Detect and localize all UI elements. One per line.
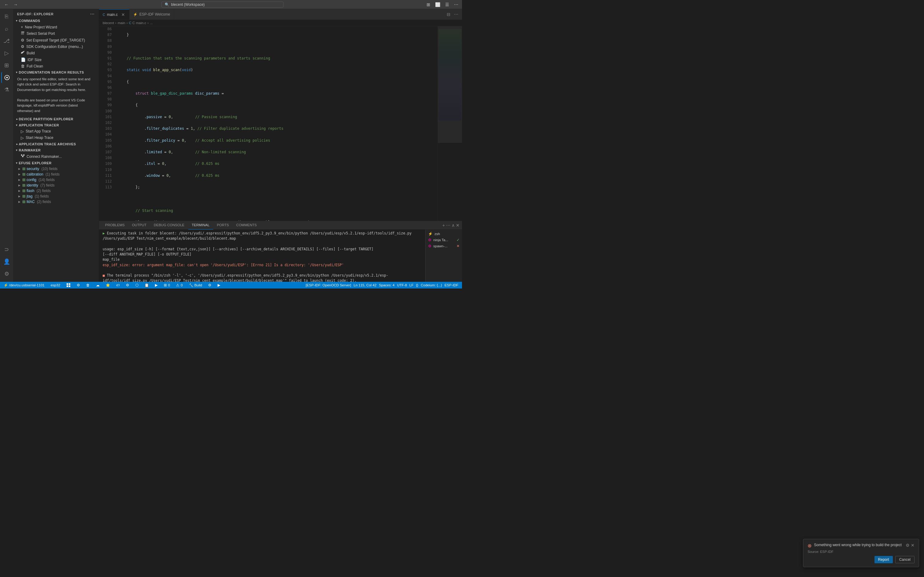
panel-close-button[interactable]: ✕ — [456, 223, 460, 228]
doc-search-section-header[interactable]: ▾ DOCUMENTATION SEARCH RESULTS — [13, 69, 99, 76]
status-spaces[interactable]: Spaces: 4 — [378, 282, 396, 288]
code-line-96: .limited = 0, // Non-limited scanning — [118, 149, 435, 155]
sidebar-item-search[interactable]: ⌕ — [1, 23, 12, 34]
tab-main-c[interactable]: C main.c ✕ — [99, 9, 129, 19]
status-run-btn[interactable]: ▶ — [154, 282, 159, 288]
sidebar-item-esp-idf[interactable] — [1, 72, 12, 83]
status-settings-btn[interactable]: ⚙ — [76, 282, 81, 288]
tab-esp-idf-welcome[interactable]: ⚡ ESP-IDF Welcome — [129, 9, 174, 19]
tab-debug-console[interactable]: DEBUG CONSOLE — [150, 221, 188, 230]
sidebar-item-debug[interactable]: ▷ — [1, 48, 12, 59]
status-encoding[interactable]: UTF-8 — [396, 282, 408, 288]
device-partition-header[interactable]: ▾ DEVICE PARTITION EXPLORER — [13, 116, 99, 122]
panel-collapse-button[interactable]: ∧ — [452, 223, 455, 228]
connect-rainmaker-item[interactable]: Connect Rainmaker... — [13, 153, 99, 160]
doc-search-label: DOCUMENTATION SEARCH RESULTS — [19, 71, 84, 74]
sidebar-item-extensions[interactable]: ⊞ — [1, 60, 12, 71]
sdk-config-item[interactable]: ⚙ SDK Configuration Editor (menu...) — [13, 44, 99, 50]
tab-ports[interactable]: PORTS — [213, 221, 233, 230]
search-input[interactable] — [171, 2, 232, 7]
panel-area: PROBLEMS OUTPUT DEBUG CONSOLE TERMINAL P… — [99, 221, 462, 282]
select-serial-port-item[interactable]: Select Serial Port — [13, 30, 99, 37]
full-clean-item[interactable]: 🗑 Full Clean — [13, 63, 99, 69]
code-content[interactable]: } // Function that sets the scanning par… — [115, 26, 438, 221]
shell-zsh[interactable]: ⚡ zsh — [426, 231, 462, 237]
breadcrumb-blecent[interactable]: blecent — [103, 21, 114, 25]
sidebar-item-explorer[interactable]: ⎘ — [1, 11, 12, 22]
code-editor[interactable]: 86 87 88 89 90 91 92 93 94 95 96 97 98 9… — [99, 26, 438, 221]
status-layout-btn[interactable] — [65, 282, 72, 288]
title-bar-search[interactable]: 🔍 — [162, 2, 284, 8]
status-target[interactable]: esp32 — [50, 282, 61, 288]
terminal-line-stop: ■ The terminal process "/bin/zsh '-l', '… — [103, 273, 422, 282]
status-clipboard-btn[interactable]: 📋 — [143, 282, 150, 288]
panel-more-button[interactable]: ⋯ — [446, 223, 451, 228]
status-warnings[interactable]: ⚠ 0 — [175, 282, 184, 288]
more-editors-button[interactable]: ⋯ — [453, 11, 460, 18]
efuse-mac-count: (2) fields — [36, 200, 51, 204]
status-cloud-btn[interactable]: ☁ — [95, 282, 101, 288]
efuse-identity-item[interactable]: ▶ ▤ identity (7) fields — [13, 182, 99, 188]
split-editor-button[interactable]: ⊟ — [446, 11, 452, 18]
status-flash-btn[interactable]: ⚙ — [207, 282, 213, 288]
back-button[interactable]: ← — [2, 2, 10, 8]
tab-output[interactable]: OUTPUT — [128, 221, 150, 230]
start-app-trace-item[interactable]: ▷ Start App Trace — [13, 128, 99, 135]
sidebar-item-remote[interactable]: ⊃ — [1, 244, 12, 255]
status-esp-idf[interactable]: ESP-IDF — [443, 282, 460, 288]
new-project-wizard-item[interactable]: + New Project Wizard — [13, 24, 99, 30]
efuse-mac-item[interactable]: ▶ ▤ MAC (2) fields — [13, 199, 99, 205]
idf-size-item[interactable]: 📄 IDF Size — [13, 56, 99, 63]
sidebar-item-source-control[interactable]: ⎇ — [1, 35, 12, 47]
status-codeium[interactable]: Codeium: {...} — [420, 282, 443, 288]
app-trace-archives-header[interactable]: ▾ APPLICATION TRACE ARCHIVES — [13, 141, 99, 147]
efuse-jtag-item[interactable]: ▶ ▤ jtag (1) fields — [13, 193, 99, 199]
new-terminal-button[interactable]: + — [443, 223, 445, 228]
status-cursor-position[interactable]: Ln 115, Col 42 — [352, 282, 378, 288]
sidebar-item-accounts[interactable]: 👤 — [1, 256, 12, 267]
tab-comments[interactable]: COMMENTS — [233, 221, 260, 230]
window-icon[interactable]: ⬜ — [434, 2, 441, 8]
shell-ninja[interactable]: ⚙ ninja Ta... ✓ — [426, 237, 462, 243]
status-openocd[interactable]: [ESP-IDF: OpenOCD Server] — [304, 282, 352, 288]
status-eol[interactable]: LF — [408, 282, 415, 288]
terminal[interactable]: ▶ Executing task in folder blecent: /Use… — [99, 230, 425, 282]
tab-problems[interactable]: PROBLEMS — [102, 221, 128, 230]
status-errors[interactable]: ⊞ 0 — [163, 282, 171, 288]
forward-button[interactable]: → — [11, 2, 19, 8]
more-icon[interactable]: ⋯ — [453, 2, 460, 8]
commands-section-header[interactable]: ▾ COMMANDS — [13, 18, 99, 24]
status-config-btn[interactable]: ⚙ — [125, 282, 131, 288]
efuse-header[interactable]: ▾ EFUSE EXPLORER — [13, 160, 99, 166]
status-tag-btn[interactable]: 🏷 — [115, 282, 121, 288]
sidebar-item-test[interactable]: ⚗ — [1, 84, 12, 95]
chevron-down-icon-doc: ▾ — [16, 71, 18, 74]
layout-icon[interactable]: ⊞ — [425, 2, 431, 8]
efuse-config-item[interactable]: ▶ ▤ config (14) fields — [13, 177, 99, 182]
shell-spawn[interactable]: ⚙ spawn-... ✕ — [426, 243, 462, 249]
efuse-security-item[interactable]: ▶ ▤ security (10) fields — [13, 166, 99, 172]
status-star-btn[interactable]: ⭐ — [105, 282, 111, 288]
app-tracer-header[interactable]: ▾ APPLICATION TRACER — [13, 122, 99, 128]
status-build-btn[interactable]: 🔧 Build — [187, 282, 204, 288]
efuse-calibration-item[interactable]: ▶ ▤ calibration (1) fields — [13, 172, 99, 177]
efuse-flash-item[interactable]: ▶ ▤ flash (2) fields — [13, 188, 99, 193]
status-lang-mode[interactable]: {} — [415, 282, 420, 288]
more-actions-button[interactable]: ⋯ — [89, 11, 95, 16]
breadcrumb-main[interactable]: main — [118, 21, 125, 25]
shell-icon-spawn: ⚙ — [428, 244, 431, 248]
tab-close-main-c[interactable]: ✕ — [121, 12, 126, 17]
breadcrumb-file[interactable]: C C main.c — [129, 21, 146, 25]
status-trash-btn[interactable]: 🗑 — [85, 282, 91, 288]
breadcrumb-more[interactable]: ... — [150, 21, 153, 25]
status-serial-port[interactable]: ⚡ /dev/cu.usbserial-1101 — [2, 282, 46, 288]
sidebar-item-settings[interactable]: ⚙ — [1, 268, 12, 279]
menu-icon[interactable]: ☰ — [444, 2, 451, 8]
build-item[interactable]: Build — [13, 50, 99, 56]
status-hex-btn[interactable]: ⬡ — [134, 282, 140, 288]
rainmaker-header[interactable]: ▾ RAINMAKER — [13, 147, 99, 153]
set-target-item[interactable]: ⚙ Set Espressif Target (IDF_TARGET) — [13, 37, 99, 44]
start-heap-trace-item[interactable]: ▷ Start Heap Trace — [13, 135, 99, 141]
tab-terminal[interactable]: TERMINAL — [188, 221, 213, 230]
status-monitor-btn[interactable]: ▶ — [216, 282, 221, 288]
